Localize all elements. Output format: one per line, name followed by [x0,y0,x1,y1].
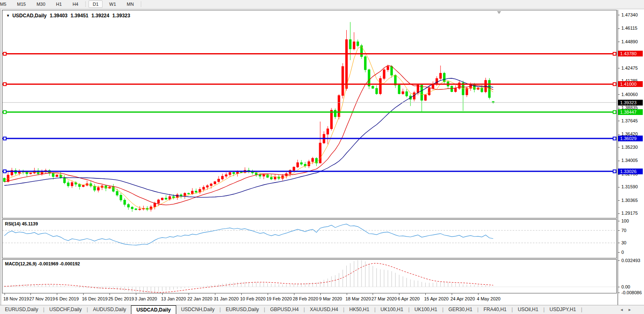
price-tick [618,134,620,135]
hline-handle[interactable] [613,170,616,173]
timeframe-button-h1[interactable]: H1 [52,0,66,8]
date-label: 22 Jan 2020 [187,296,212,301]
price-tick [618,108,620,108]
chart-window[interactable]: ▼USDCAD,Daily 1.39403 1.39451 1.39224 1.… [2,10,618,305]
macd-tick [618,293,620,293]
rsi-panel[interactable]: RSI(14) 45.1139 [2,219,617,258]
rsi-tick-label: 70 [621,228,626,233]
price-tick-label: 1.29175 [621,211,638,216]
tab-usdchf-daily[interactable]: USDCHF,Daily [44,305,87,314]
hline-handle[interactable] [613,52,616,55]
date-label: 10 Feb 2020 [240,296,266,301]
tab-uk100-h1[interactable]: UK100,H1 [376,305,408,314]
time-axis[interactable]: 18 Nov 201927 Nov 20196 Dec 201916 Dec 2… [2,293,617,305]
macd-canvas[interactable] [2,260,616,293]
rsi-tick-label: 30 [621,240,626,245]
timeframe-button-mn[interactable]: MN [123,0,138,8]
hline-handle[interactable] [613,137,616,140]
price-tick [618,213,620,214]
price-tick [618,174,620,175]
time-tick [241,293,242,295]
tab-separator: | [581,305,582,314]
price-badge: 1.33026 [618,169,643,174]
hline-handle[interactable] [3,170,6,173]
hline-handle[interactable] [3,52,6,55]
main-chart-canvas[interactable] [2,10,616,218]
tab-ger30-h1[interactable]: GER30,H1 [443,305,477,314]
rsi-tick [618,221,620,221]
rsi-tick-label: 0 [621,250,624,255]
tab-xauusd-h4[interactable]: XAUUSD,H4 [305,305,343,314]
timeframe-button-m15[interactable]: M15 [13,0,30,8]
time-tick [5,293,5,295]
time-tick [320,293,321,295]
macd-tick [618,260,620,261]
date-label: 24 Apr 2020 [450,296,475,301]
macd-tick-label: 0.032493 [621,258,640,263]
hline-handle[interactable] [3,137,6,140]
price-tick-label: 1.47340 [621,12,638,17]
timeframe-button-h4[interactable]: H4 [68,0,82,8]
rsi-tick [618,243,620,243]
tab-usdjpy-h1[interactable]: USDJPY,H1 [545,305,581,314]
time-tick [30,293,31,295]
chart-title-high: 1.39451 [70,13,88,19]
rsi-tick [618,252,620,253]
price-tick [618,147,620,148]
price-tick [618,28,620,29]
tab-uk100-h1[interactable]: UK100,H1 [410,305,442,314]
date-label: 27 Nov 2019 [29,296,55,301]
rsi-canvas[interactable] [2,220,616,258]
price-tick-label: 1.30365 [621,198,638,203]
main-price-panel[interactable]: ▼USDCAD,Daily 1.39403 1.39451 1.39224 1.… [2,10,617,218]
chart-shift-icon[interactable] [497,11,501,14]
price-tick-label: 1.46115 [621,26,637,30]
date-label: 16 Dec 2019 [82,296,107,301]
chart-title-low: 1.39224 [91,13,109,19]
price-tick-label: 1.35230 [621,145,638,150]
tab-gbpusd-h4[interactable]: GBPUSD,H4 [265,305,303,314]
hline-handle[interactable] [613,83,616,86]
time-tick [425,293,426,295]
tabs-scroll-left-icon[interactable]: ◂ [621,307,629,312]
tabs-scroll-right-icon[interactable]: ▸ [628,307,637,312]
timeframe-button-m30[interactable]: M30 [33,0,49,8]
price-tick-label: 1.44890 [621,39,638,44]
time-tick [399,293,399,295]
price-axis[interactable]: 1.473401.461151.448901.424751.412851.400… [618,10,644,305]
price-tick [618,200,620,201]
macd-panel[interactable]: MACD(12,26,9) -0.001969 -0.000192 [2,259,617,293]
date-label: 27 Mar 2020 [371,296,397,301]
timeframe-button-d1[interactable]: D1 [89,0,103,8]
date-label: 13 Jan 2020 [161,296,186,301]
price-tick [618,15,620,15]
tab-hk50-h1[interactable]: HK50,H1 [344,305,374,314]
price-badge: 1.43780 [618,51,643,56]
chart-tabs: EURUSD,Daily|USDCHF,Daily|AUDUSD,DailyUS… [0,305,644,314]
tab-eurusd-daily[interactable]: EURUSD,Daily [221,305,264,314]
tab-usdcnh-daily[interactable]: USDCNH,Daily [176,305,219,314]
hline-handle[interactable] [3,111,6,114]
date-label: 9 Mar 2020 [319,296,342,301]
price-badge: 1.39323 [618,100,643,105]
price-tick [618,121,620,121]
tab-fra40-h1[interactable]: FRA40,H1 [478,305,511,314]
time-tick [83,293,84,295]
hline-handle[interactable] [3,83,6,86]
tab-usoil-h1[interactable]: USOil,H1 [513,305,543,314]
hline-handle[interactable] [613,111,616,114]
timeframe-button-w1[interactable]: W1 [105,0,120,8]
date-label: 6 Dec 2019 [56,296,79,301]
tab-audusd-daily[interactable]: AUDUSD,Daily [88,305,131,314]
tab-eurusd-daily[interactable]: EURUSD,Daily [0,305,43,314]
window-edge [0,9,1,305]
price-tick-label: 1.42475 [621,66,638,70]
date-label: 6 Apr 2020 [398,296,420,301]
price-tick [618,94,620,95]
symbol-collapse-icon[interactable]: ▼ [6,14,10,18]
date-label: 18 Mar 2020 [345,296,371,301]
tab-usdcad-daily[interactable]: USDCAD,Daily [131,305,176,314]
time-tick [268,293,268,295]
rsi-label: RSI(14) 45.1139 [5,221,38,226]
timeframe-button-m5[interactable]: M5 [0,0,10,8]
